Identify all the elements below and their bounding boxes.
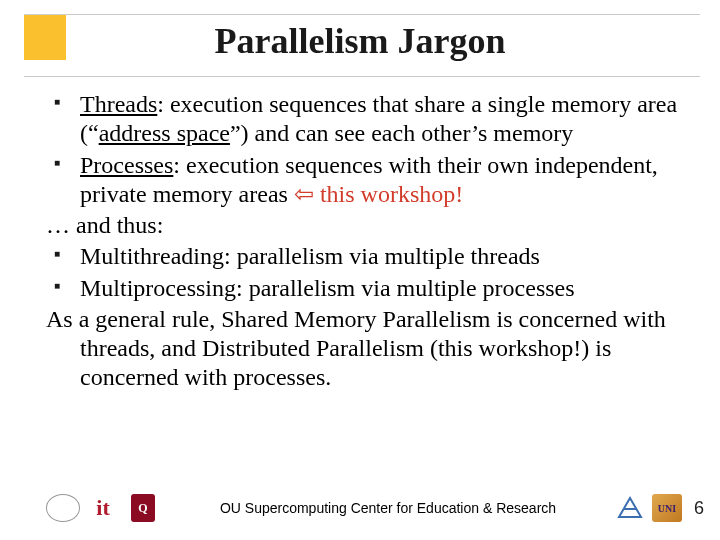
workshop-callout: this workshop! (314, 181, 463, 207)
bullet-marker-icon: ■ (46, 90, 80, 114)
logo-oval-icon (46, 493, 80, 523)
bullet-processes: ■ Processes: execution sequences with th… (46, 151, 692, 210)
bullet-multiprocessing: ■ Multiprocessing: parallelism via multi… (46, 274, 692, 303)
footer: it Q OU Supercomputing Center for Educat… (0, 486, 720, 530)
logo-triangle-icon (616, 494, 644, 522)
bullet-text: Processes: execution sequences with thei… (80, 151, 692, 210)
page-number: 6 (690, 498, 704, 519)
header-rule-top (24, 14, 700, 15)
footer-logos-left: it Q (46, 493, 160, 523)
term-address-space: address space (99, 120, 230, 146)
logo-ou-icon: Q (126, 493, 160, 523)
and-thus-line: … and thus: (46, 211, 692, 240)
footer-text: OU Supercomputing Center for Education &… (160, 500, 616, 516)
bullet-text: Threads: execution sequences that share … (80, 90, 692, 149)
term-threads: Threads (80, 91, 157, 117)
bullet-multithreading: ■ Multithreading: parallelism via multip… (46, 242, 692, 271)
bullet-marker-icon: ■ (46, 242, 80, 266)
bullet-marker-icon: ■ (46, 274, 80, 298)
svg-marker-0 (619, 498, 641, 517)
header-rule-bottom (24, 76, 700, 77)
footer-logos-right: UNI 6 (616, 494, 704, 522)
term-processes: Processes (80, 152, 173, 178)
header: Parallelism Jargon (0, 0, 720, 78)
arrow-left-icon: ⇦ (294, 181, 314, 207)
page-title: Parallelism Jargon (0, 20, 720, 62)
bullet-threads: ■ Threads: execution sequences that shar… (46, 90, 692, 149)
bullet-marker-icon: ■ (46, 151, 80, 175)
logo-it-icon: it (86, 493, 120, 523)
logo-uni-icon: UNI (652, 494, 682, 522)
general-rule: As a general rule, Shared Memory Paralle… (46, 305, 692, 393)
content: ■ Threads: execution sequences that shar… (46, 88, 692, 395)
bullet-text: Multiprocessing: parallelism via multipl… (80, 274, 692, 303)
bullet-text: Multithreading: parallelism via multiple… (80, 242, 692, 271)
